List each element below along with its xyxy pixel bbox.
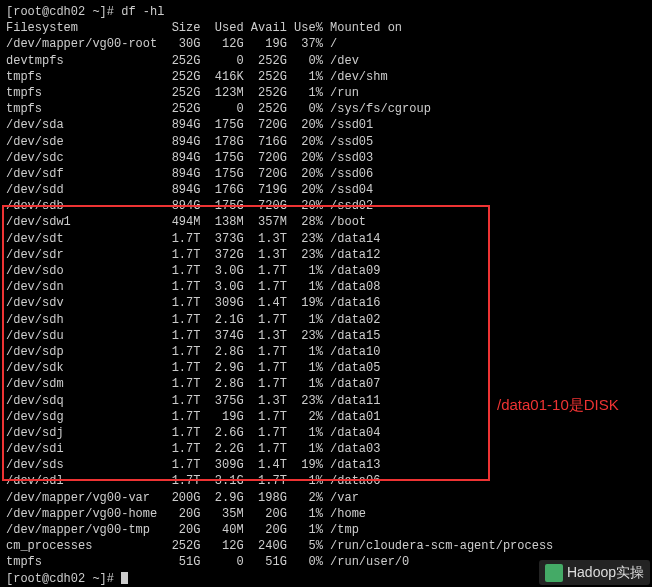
watermark-text: Hadoop实操 bbox=[567, 563, 644, 582]
table-row: /dev/mapper/vg00-tmp 20G 40M 20G 1% /tmp bbox=[6, 522, 646, 538]
table-row: /dev/sdl 1.7T 3.1G 1.7T 1% /data06 bbox=[6, 473, 646, 489]
table-row: /dev/sdf 894G 175G 720G 20% /ssd06 bbox=[6, 166, 646, 182]
table-row: /dev/sdo 1.7T 3.0G 1.7T 1% /data09 bbox=[6, 263, 646, 279]
table-row: tmpfs 252G 123M 252G 1% /run bbox=[6, 85, 646, 101]
annotation-label: /data01-10是DISK bbox=[497, 395, 619, 415]
table-row: /dev/sdt 1.7T 373G 1.3T 23% /data14 bbox=[6, 231, 646, 247]
table-row: /dev/sdb 894G 175G 720G 20% /ssd02 bbox=[6, 198, 646, 214]
cursor-icon bbox=[121, 572, 128, 584]
shell-prompt: [root@cdh02 ~]# bbox=[6, 5, 121, 19]
table-row: /dev/mapper/vg00-root 30G 12G 19G 37% / bbox=[6, 36, 646, 52]
table-row: cm_processes 252G 12G 240G 5% /run/cloud… bbox=[6, 538, 646, 554]
df-rows-highlighted: /dev/sdt 1.7T 373G 1.3T 23% /data14/dev/… bbox=[6, 231, 646, 490]
table-row: /dev/sdp 1.7T 2.8G 1.7T 1% /data10 bbox=[6, 344, 646, 360]
table-row: /dev/mapper/vg00-home 20G 35M 20G 1% /ho… bbox=[6, 506, 646, 522]
table-row: /dev/sdi 1.7T 2.2G 1.7T 1% /data03 bbox=[6, 441, 646, 457]
table-row: /dev/sdc 894G 175G 720G 20% /ssd03 bbox=[6, 150, 646, 166]
table-row: /dev/sds 1.7T 309G 1.4T 19% /data13 bbox=[6, 457, 646, 473]
watermark-badge: Hadoop实操 bbox=[539, 560, 650, 585]
table-row: /dev/sdr 1.7T 372G 1.3T 23% /data12 bbox=[6, 247, 646, 263]
table-row: /dev/sdu 1.7T 374G 1.3T 23% /data15 bbox=[6, 328, 646, 344]
table-row: /dev/sdm 1.7T 2.8G 1.7T 1% /data07 bbox=[6, 376, 646, 392]
table-row: /dev/sdk 1.7T 2.9G 1.7T 1% /data05 bbox=[6, 360, 646, 376]
df-header: Filesystem Size Used Avail Use% Mounted … bbox=[6, 20, 646, 36]
table-row: tmpfs 252G 416K 252G 1% /dev/shm bbox=[6, 69, 646, 85]
df-rows-top: /dev/mapper/vg00-root 30G 12G 19G 37% /d… bbox=[6, 36, 646, 230]
prompt-line-1: [root@cdh02 ~]# df -hl bbox=[6, 4, 646, 20]
table-row: /dev/sdh 1.7T 2.1G 1.7T 1% /data02 bbox=[6, 312, 646, 328]
table-row: /dev/mapper/vg00-var 200G 2.9G 198G 2% /… bbox=[6, 490, 646, 506]
command-text: df -hl bbox=[121, 5, 164, 19]
table-row: /dev/sdj 1.7T 2.6G 1.7T 1% /data04 bbox=[6, 425, 646, 441]
table-row: /dev/sdd 894G 176G 719G 20% /ssd04 bbox=[6, 182, 646, 198]
table-row: tmpfs 252G 0 252G 0% /sys/fs/cgroup bbox=[6, 101, 646, 117]
table-row: /dev/sdv 1.7T 309G 1.4T 19% /data16 bbox=[6, 295, 646, 311]
table-row: /dev/sdn 1.7T 3.0G 1.7T 1% /data08 bbox=[6, 279, 646, 295]
table-row: /dev/sde 894G 178G 716G 20% /ssd05 bbox=[6, 134, 646, 150]
table-row: /dev/sda 894G 175G 720G 20% /ssd01 bbox=[6, 117, 646, 133]
table-row: /dev/sdw1 494M 138M 357M 28% /boot bbox=[6, 214, 646, 230]
df-rows-bottom: /dev/mapper/vg00-var 200G 2.9G 198G 2% /… bbox=[6, 490, 646, 571]
watermark-logo-icon bbox=[545, 564, 563, 582]
table-row: devtmpfs 252G 0 252G 0% /dev bbox=[6, 53, 646, 69]
shell-prompt: [root@cdh02 ~]# bbox=[6, 572, 121, 586]
